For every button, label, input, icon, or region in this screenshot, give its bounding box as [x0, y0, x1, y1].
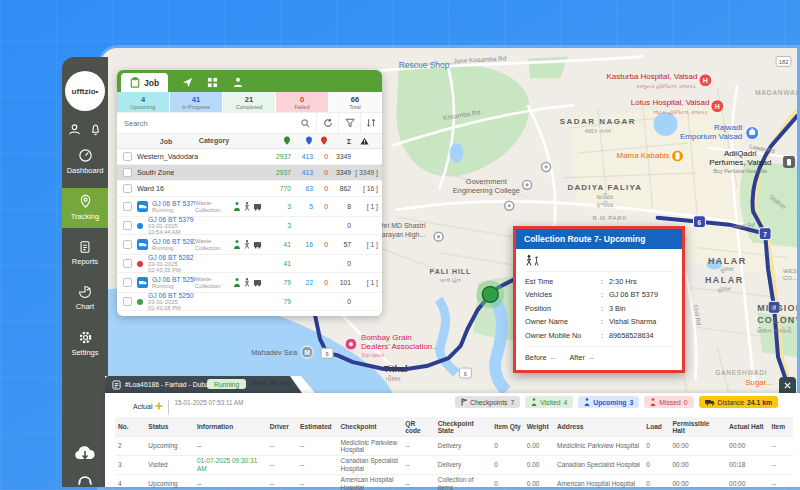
row-checkbox[interactable]: [123, 278, 132, 287]
sidebar-item-reports[interactable]: Reports: [62, 234, 108, 273]
poi-label-shastri-2: Narayan High...: [377, 231, 425, 239]
svg-text:H: H: [715, 103, 720, 110]
popup-before-after: Before -- After --: [525, 346, 673, 365]
job-group-row-selected[interactable]: South Zone 2937413 03349[ 3349 ]: [117, 165, 382, 181]
sea-pin-mahadev[interactable]: M: [301, 346, 313, 358]
grain-pin-bombay[interactable]: [345, 338, 357, 350]
driver-person-icon: [233, 240, 241, 249]
checkpoint-row[interactable]: 4Upcoming-- ----American Hospital Hospit…: [115, 474, 793, 490]
shopping-pin-rajwadi[interactable]: [746, 127, 759, 140]
poi-label-adilqadri-2[interactable]: Perfumes, Valsad: [709, 158, 771, 167]
row-checkbox[interactable]: [123, 202, 132, 211]
stat-failed[interactable]: 0Failed: [276, 92, 329, 112]
job-group-row[interactable]: Western_Vadodara 2937413 03349: [117, 149, 382, 165]
vehicle-marker[interactable]: [476, 280, 504, 308]
job-sub-row[interactable]: GJ 06 BT 5250 Route 503-01-2025 02:43:28…: [117, 293, 382, 311]
search-icon[interactable]: [301, 113, 316, 133]
poi-label-rescue-shop[interactable]: Rescue Shop: [399, 60, 450, 70]
job-route-row[interactable]: GJ 06 BT 5282 Route 6Running Waste Colle…: [117, 235, 382, 255]
group-name[interactable]: Ward 16: [137, 184, 269, 193]
row-checkbox[interactable]: [123, 240, 132, 249]
chip-upcoming[interactable]: Upcoming3: [578, 396, 639, 408]
user-icon[interactable]: [68, 123, 81, 136]
driver-group-icon[interactable]: [232, 77, 244, 88]
checkpoint-marker-7[interactable]: 7: [759, 228, 771, 240]
refresh-button[interactable]: [316, 113, 338, 133]
hospital-pin-lotus[interactable]: H: [711, 100, 724, 113]
group-name[interactable]: Western_Vadodara: [137, 152, 269, 161]
route-name-link[interactable]: GJ 06 BT 5250 Route 5: [148, 292, 195, 299]
route-name-link[interactable]: GJ 06 BT 5247 Route 16: [152, 315, 195, 317]
send-navigation-icon[interactable]: [182, 77, 193, 88]
row-checkbox[interactable]: [123, 259, 132, 268]
poi-label-bombay-2[interactable]: Dealers' Association..: [361, 342, 437, 351]
poi-label-adilqadri-1[interactable]: AdilQadri: [724, 149, 757, 158]
sidebar-item-label: Reports: [72, 257, 98, 266]
checkpoint-row[interactable]: 2Upcoming-- ----Mediclinic Parkview Hosp…: [115, 437, 793, 456]
row-checkbox[interactable]: [123, 152, 132, 161]
sidebar-item-settings[interactable]: Settings: [62, 324, 108, 364]
area-label-mission-2: COLONY: [757, 315, 797, 325]
grid-icon[interactable]: [207, 77, 218, 88]
store-pin-adilqadri[interactable]: [783, 156, 795, 168]
poi-label-rajwadi-2[interactable]: Emporium Valsad: [680, 132, 742, 141]
sidebar-item-chart[interactable]: Chart: [62, 279, 108, 318]
hospital-pin-kasturba[interactable]: H: [699, 74, 712, 87]
bell-icon[interactable]: [89, 123, 102, 136]
chip-visited[interactable]: Visited4: [525, 396, 573, 408]
route-name-link[interactable]: GJ 06 BT 5282 Route 6: [152, 238, 195, 245]
area-label-ganeshwadi: GANESHWADI: [715, 369, 767, 376]
chip-checkpoints[interactable]: Checkpoints7: [455, 396, 520, 408]
poi-label-rajwadi-1[interactable]: Rajwadi: [714, 123, 743, 132]
poi-label-sugar[interactable]: Sugar...: [745, 378, 772, 387]
transit-stop-icon[interactable]: [505, 201, 514, 210]
checkpoint-marker-6[interactable]: 6: [693, 216, 705, 228]
job-route-row[interactable]: GJ 06 BT 5379 Route 7Running Waste Colle…: [117, 197, 382, 217]
filter-button[interactable]: [338, 113, 360, 133]
job-sub-row[interactable]: GJ 06 BT 5282 Route 603-01-2025 02:43:35…: [117, 255, 382, 273]
transit-stop-icon[interactable]: [542, 162, 551, 171]
route-name-link[interactable]: GJ 06 BT 5379 Route 7: [148, 216, 195, 223]
add-marker-icon[interactable]: [155, 402, 163, 410]
stat-completed[interactable]: 21Completed: [223, 92, 276, 112]
close-bottom-panel-button[interactable]: [779, 377, 796, 393]
support-icon[interactable]: [76, 473, 94, 485]
cloud-download-icon[interactable]: [73, 443, 97, 463]
sidebar-item-dashboard[interactable]: Dashboard: [62, 142, 108, 182]
restaurant-pin-mama[interactable]: [672, 150, 684, 162]
poi-label-mama-kababis[interactable]: Mama Kababis: [617, 151, 670, 160]
poi-label-kasturba[interactable]: Kasturba Hospital, Valsad: [607, 72, 698, 81]
missed-pin-icon: [313, 136, 328, 146]
tab-job[interactable]: Job: [121, 73, 168, 92]
transit-stop-icon[interactable]: [434, 232, 443, 241]
job-stats-bar: 4Upcoming 41In Progress 21Completed 0Fai…: [117, 92, 382, 113]
sidebar-item-tracking[interactable]: Tracking: [62, 188, 108, 228]
job-group-row[interactable]: Ward 16 77063 0862[ 16 ]: [117, 181, 382, 197]
row-checkbox[interactable]: [123, 168, 132, 177]
app-logo[interactable]: ufftzio•: [65, 71, 105, 111]
area-label-mission-1: MISSION: [757, 303, 797, 313]
sort-columns-button[interactable]: [360, 113, 382, 133]
chip-distance[interactable]: Distance24.1 km: [699, 396, 778, 408]
job-sub-row[interactable]: GJ 06 BT 5379 Route 703-01-2025 10:54:44…: [117, 217, 382, 235]
stat-in-progress[interactable]: 41In Progress: [170, 92, 223, 112]
search-input[interactable]: [117, 113, 301, 133]
poi-label-bombay-1[interactable]: Bombay Grain: [361, 333, 412, 342]
job-route-row[interactable]: GJ 06 BT 5250 Route 5Running Waste Colle…: [117, 273, 382, 293]
alert-triangle-icon: [351, 137, 382, 146]
route-name-link[interactable]: GJ 06 BT 5282 Route 6: [148, 254, 195, 261]
row-checkbox[interactable]: [123, 184, 132, 193]
row-checkbox[interactable]: [123, 221, 132, 230]
visited-person-icon: [531, 398, 537, 406]
route-name-link[interactable]: GJ 06 BT 5250 Route 5: [152, 276, 195, 283]
group-name[interactable]: South Zone: [137, 168, 269, 177]
checkpoint-row[interactable]: 3Visited01-07-2025 09:30:31 AM ----Canad…: [115, 455, 793, 474]
chip-missed[interactable]: Missed0: [644, 396, 693, 408]
stat-upcoming[interactable]: 4Upcoming: [117, 92, 170, 112]
row-checkbox[interactable]: [123, 297, 132, 306]
transit-stop-icon[interactable]: [523, 180, 532, 189]
job-route-row-completed[interactable]: GJ 06 BT 5247 Route 16Completed Waste Co…: [117, 311, 382, 316]
stat-total[interactable]: 66Total: [329, 92, 382, 112]
poi-label-lotus[interactable]: Lotus Hospital, Valsad: [631, 98, 710, 107]
route-name-link[interactable]: GJ 06 BT 5379 Route 7: [152, 200, 195, 207]
